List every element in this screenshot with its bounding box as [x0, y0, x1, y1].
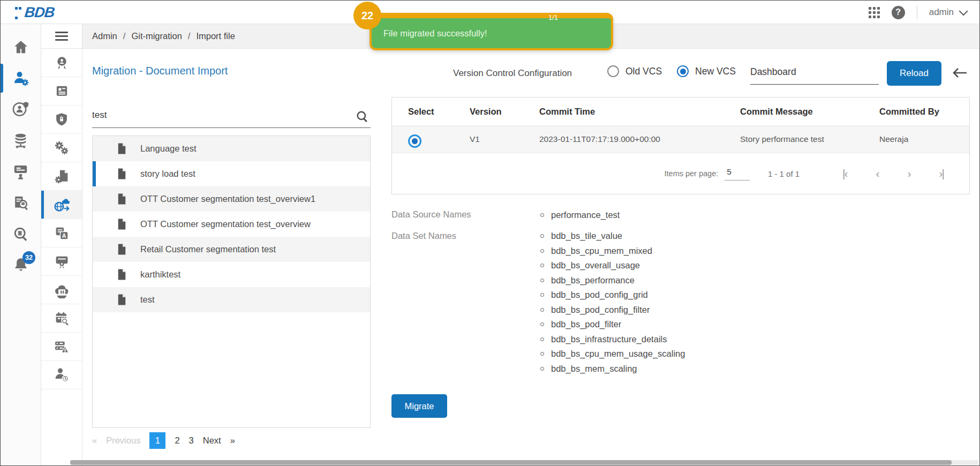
config-file-icon: [54, 169, 70, 184]
bullet-icon: [540, 213, 544, 217]
file-list-item[interactable]: Language test: [93, 136, 370, 161]
file-name: OTT Customer segmentation test_overview: [140, 219, 311, 229]
breadcrumb-import-file[interactable]: Import file: [196, 31, 235, 41]
menu-toggle[interactable]: [41, 24, 82, 49]
breadcrumb-admin[interactable]: Admin: [92, 31, 117, 41]
file-name: Language test: [140, 144, 197, 154]
bdb-logo[interactable]: BDB: [14, 3, 55, 21]
breadcrumb-git-migration[interactable]: Git-migration: [131, 31, 182, 41]
file-list-item[interactable]: OTT Customer segmentation test_overview: [93, 212, 370, 237]
new-vcs-label[interactable]: New VCS: [695, 66, 736, 77]
sidebar-item-customer[interactable]: [1, 94, 41, 125]
page-2[interactable]: 2: [175, 435, 179, 446]
schedule-search-icon: [54, 311, 70, 326]
old-vcs-label[interactable]: Old VCS: [625, 66, 662, 77]
user-name: admin: [929, 7, 954, 18]
module-item-language[interactable]: A: [41, 219, 82, 247]
help-icon[interactable]: ?: [892, 6, 905, 19]
admin-badge-icon: [54, 55, 70, 71]
sidebar-item-usage[interactable]: [1, 156, 41, 187]
file-name: story load test: [140, 169, 195, 179]
module-item-certificate[interactable]: [41, 247, 82, 276]
file-list-pagination: « Previous 1 2 3 Next »: [92, 432, 235, 449]
migrate-button[interactable]: Migrate: [391, 394, 447, 418]
file-list-item[interactable]: OTT Customer segmentation test_overview1: [93, 186, 370, 212]
git-migration-icon: [53, 196, 71, 214]
module-item-cloud-transfer[interactable]: [41, 276, 82, 304]
vcs-radio-group: Old VCS New VCS: [607, 65, 744, 77]
hamburger-icon: [55, 29, 68, 43]
page-1-active[interactable]: 1: [149, 432, 165, 449]
bullet-icon: [540, 337, 544, 341]
last-page-icon[interactable]: ›|: [939, 167, 944, 180]
prev-page-button[interactable]: Previous: [106, 435, 140, 446]
file-name: Retail Customer segmentation test: [140, 244, 276, 254]
sidebar-item-data-search[interactable]: [1, 218, 41, 249]
horizontal-scrollbar: [70, 460, 978, 465]
bullet-icon: [540, 322, 544, 326]
new-vcs-radio[interactable]: [677, 65, 689, 77]
module-item-settings[interactable]: [41, 134, 82, 162]
data-source-names-label: Data Source Names: [391, 209, 471, 220]
previous-page-icon[interactable]: ‹: [876, 167, 879, 180]
module-item-git-migration[interactable]: [41, 191, 82, 219]
table-paginator: Items per page: 5 1 - 1 of 1 |‹ ‹ › ›|: [392, 153, 969, 194]
first-page-icon[interactable]: |‹: [842, 167, 847, 180]
user-menu[interactable]: admin: [929, 7, 966, 18]
file-list: Language test story load test OTT Custom…: [92, 136, 371, 428]
scrollbar-thumb[interactable]: [70, 460, 952, 465]
file-name: karthiktest: [140, 269, 180, 280]
logo-dots-icon: [14, 3, 22, 22]
module-select[interactable]: Dashboard: [750, 66, 879, 85]
breadcrumb-separator: /: [123, 31, 126, 41]
module-item-security[interactable]: [41, 106, 82, 134]
document-icon: [115, 243, 129, 256]
items-per-page-label: Items per page:: [665, 169, 719, 178]
prev-page-symbol[interactable]: «: [92, 435, 97, 446]
module-item-user-activity[interactable]: [41, 361, 82, 389]
old-vcs-radio[interactable]: [607, 65, 619, 77]
bullet-icon: [540, 308, 544, 312]
sidebar-item-datacenter[interactable]: [1, 125, 41, 156]
reload-button[interactable]: Reload: [887, 61, 941, 86]
next-page-symbol[interactable]: »: [230, 435, 235, 446]
next-page-icon[interactable]: ›: [908, 167, 910, 180]
module-sidebar: A: [41, 24, 82, 465]
sidebar-item-admin[interactable]: [1, 63, 41, 94]
file-name: OTT Customer segmentation test_overview1: [140, 194, 315, 204]
module-item-schedule[interactable]: [41, 304, 82, 333]
sidebar-item-notifications[interactable]: 32: [1, 249, 41, 280]
data-set-item: bdb_bs_cpu_mem_usage_scaling: [540, 347, 685, 362]
module-item-admin-badge[interactable]: [41, 49, 82, 77]
items-per-page-value[interactable]: 5: [725, 167, 750, 181]
module-item-server-monitor[interactable]: [41, 333, 82, 361]
settings-gears-icon: [54, 140, 70, 156]
table-row: V1 2023-01-11T07:17:19.000+00:00 Story p…: [392, 126, 969, 153]
module-item-billing[interactable]: [41, 77, 82, 106]
file-list-item[interactable]: test: [93, 287, 370, 312]
col-committed-by: Committed By: [879, 107, 939, 117]
sidebar-item-document-audit[interactable]: [1, 187, 41, 218]
row-select-radio[interactable]: [408, 134, 421, 148]
home-icon: [13, 39, 29, 55]
file-list-item[interactable]: karthiktest: [93, 262, 370, 287]
breadcrumb-separator: /: [188, 31, 191, 41]
search-input[interactable]: [92, 107, 344, 124]
data-search-icon: [12, 226, 29, 242]
page-title: Migration - Document Import: [92, 65, 228, 77]
document-icon: [115, 142, 129, 155]
range-label: 1 - 1 of 1: [768, 169, 800, 178]
next-page-button[interactable]: Next: [203, 435, 221, 446]
sidebar-item-home[interactable]: [1, 32, 41, 63]
module-item-configuration[interactable]: [41, 162, 82, 191]
document-audit-icon: [12, 194, 29, 211]
logo-text: BDB: [24, 4, 55, 21]
file-list-item[interactable]: Retail Customer segmentation test: [93, 237, 370, 262]
search-icon[interactable]: [356, 110, 370, 124]
apps-grid-icon[interactable]: [869, 7, 880, 18]
back-arrow-icon[interactable]: [951, 66, 968, 82]
page-3[interactable]: 3: [189, 435, 194, 446]
file-list-item-selected[interactable]: story load test: [93, 161, 370, 186]
caret-down-icon: [959, 6, 968, 16]
data-set-item: bdb_bs_overall_usage: [540, 258, 685, 273]
